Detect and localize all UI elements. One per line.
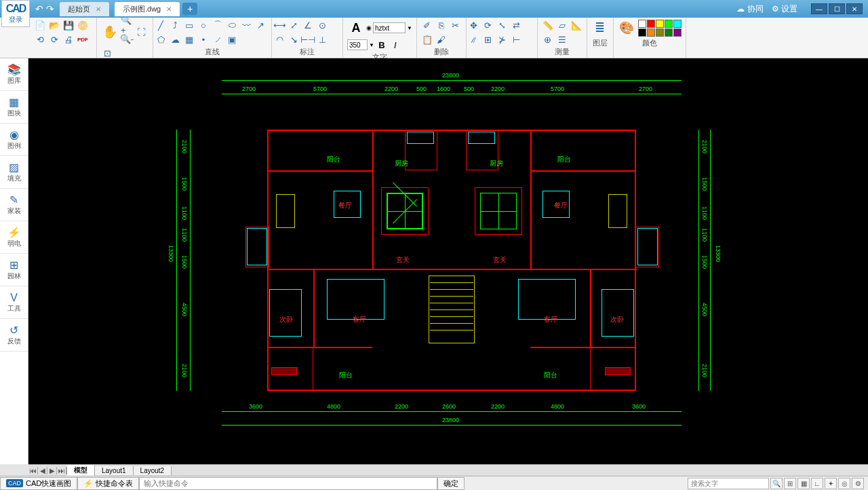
- measure-dist-icon[interactable]: 📏: [542, 19, 554, 31]
- brush-icon[interactable]: 🖌: [435, 33, 448, 45]
- settings-button[interactable]: ⚙ 设置: [772, 3, 797, 15]
- font-name-select[interactable]: [373, 22, 406, 33]
- confirm-button[interactable]: 确定: [437, 477, 465, 490]
- text-icon[interactable]: A: [347, 19, 365, 37]
- quick-draw-button[interactable]: CAD CAD快速画图: [0, 477, 77, 490]
- color-swatch[interactable]: [665, 20, 673, 28]
- cloud-icon[interactable]: ☁: [169, 33, 181, 45]
- point-icon[interactable]: •: [197, 33, 210, 45]
- xline-icon[interactable]: ⟋: [212, 33, 224, 45]
- block-icon[interactable]: ▣: [226, 33, 238, 45]
- sidebar-item-feedback[interactable]: ↺反馈: [0, 319, 28, 352]
- print-icon[interactable]: 🖨: [62, 33, 75, 45]
- circle-icon[interactable]: ○: [197, 19, 210, 31]
- sidebar-item-garden[interactable]: ⊞园林: [0, 254, 28, 286]
- sidebar-item-electric[interactable]: ⚡弱电: [0, 221, 28, 254]
- search-input[interactable]: [688, 478, 769, 489]
- forward-arrow-icon[interactable]: ↷: [46, 3, 54, 14]
- settings-icon[interactable]: ⚙: [852, 478, 864, 489]
- osnap-icon[interactable]: ◎: [838, 478, 850, 489]
- color-wheel-icon[interactable]: 🎨: [618, 19, 635, 37]
- pdf-icon[interactable]: PDF: [77, 33, 89, 45]
- measure-id-icon[interactable]: ⊕: [542, 33, 554, 45]
- sidebar-item-tools[interactable]: V工具: [0, 286, 28, 319]
- extend-icon[interactable]: ⊢: [511, 33, 523, 45]
- hatch-icon[interactable]: ▦: [183, 33, 195, 45]
- command-input[interactable]: [139, 477, 437, 490]
- app-logo[interactable]: CAD 登录: [1, 0, 30, 27]
- zoom-extent-icon[interactable]: ⊡: [101, 47, 113, 59]
- tab-layout2[interactable]: Layout2: [134, 466, 172, 475]
- dim-radius-icon[interactable]: ⊙: [316, 19, 328, 31]
- polyline-icon[interactable]: ⤴: [169, 19, 181, 31]
- close-button[interactable]: ✕: [846, 3, 863, 14]
- italic-icon[interactable]: I: [389, 39, 401, 51]
- bold-icon[interactable]: B: [376, 39, 388, 51]
- minimize-button[interactable]: —: [811, 3, 827, 14]
- color-swatch[interactable]: [656, 29, 664, 37]
- sidebar-item-home[interactable]: ✎家装: [0, 189, 28, 221]
- tab-model[interactable]: 模型: [67, 465, 95, 476]
- rect-icon[interactable]: ▭: [183, 19, 195, 31]
- measure-angle-icon[interactable]: 📐: [570, 19, 583, 31]
- ortho-icon[interactable]: ∟: [811, 478, 823, 489]
- erase-icon[interactable]: ✐: [421, 19, 433, 31]
- color-swatch[interactable]: [673, 29, 682, 37]
- paste-icon[interactable]: 📋: [421, 33, 433, 45]
- mirror-icon[interactable]: ⇄: [511, 19, 523, 31]
- shortcut-table-button[interactable]: ⚡ 快捷命令表: [77, 477, 139, 490]
- layer-icon[interactable]: ≣: [591, 19, 609, 37]
- dim-cont-icon[interactable]: ⊢⊣: [302, 33, 314, 45]
- tab-example[interactable]: 示例图.dwg ✕: [115, 2, 180, 16]
- line-icon[interactable]: ╱: [155, 19, 167, 31]
- color-swatch[interactable]: [647, 29, 655, 37]
- color-swatch[interactable]: [638, 20, 646, 28]
- new-tab-button[interactable]: +: [182, 3, 197, 15]
- tab-first-icon[interactable]: ⏮: [28, 467, 38, 474]
- tab-last-icon[interactable]: ⏭: [57, 467, 66, 474]
- sidebar-item-block[interactable]: ▦图块: [0, 91, 28, 124]
- search-icon[interactable]: 🔍: [770, 478, 783, 489]
- ray-icon[interactable]: ↗: [254, 19, 267, 31]
- dim-linear-icon[interactable]: ⟷: [273, 19, 285, 31]
- dim-aligned-icon[interactable]: ⤢: [288, 19, 300, 31]
- color-swatch[interactable]: [673, 20, 682, 28]
- dim-arc-icon[interactable]: ◠: [273, 33, 285, 45]
- array-icon[interactable]: ⊞: [482, 33, 494, 45]
- redo-icon[interactable]: ⟳: [48, 33, 60, 45]
- grid-icon[interactable]: ▦: [797, 478, 810, 489]
- collaborate-button[interactable]: ☁ 协同: [736, 3, 763, 15]
- trim-icon[interactable]: ⊁: [496, 33, 509, 45]
- tab-start[interactable]: 起始页 ✕: [60, 2, 109, 16]
- sidebar-item-hatch[interactable]: ▨填充: [0, 156, 28, 189]
- new-icon[interactable]: 📄: [34, 19, 46, 31]
- open-icon[interactable]: 📂: [48, 19, 60, 31]
- scale-icon[interactable]: ⤡: [496, 19, 509, 31]
- pan-hand-icon[interactable]: ✋: [101, 23, 119, 41]
- font-size-select[interactable]: [347, 39, 368, 50]
- spline-icon[interactable]: 〰: [240, 19, 252, 31]
- sidebar-item-legend[interactable]: ◉图例: [0, 124, 28, 156]
- zoom-out-icon[interactable]: 🔍-: [121, 33, 133, 45]
- save-icon[interactable]: 💾: [62, 19, 75, 31]
- measure-list-icon[interactable]: ☰: [556, 33, 568, 45]
- saveas-icon[interactable]: 📀: [77, 19, 89, 31]
- zoom-in-icon[interactable]: 🔍+: [121, 19, 133, 31]
- cut-icon[interactable]: ✂: [450, 19, 462, 31]
- arc-icon[interactable]: ⌒: [212, 19, 224, 31]
- zoom-window-icon[interactable]: ⛶: [135, 26, 147, 38]
- tab-next-icon[interactable]: ▶: [47, 467, 57, 474]
- close-icon[interactable]: ✕: [96, 5, 101, 13]
- polar-icon[interactable]: ✦: [825, 478, 837, 489]
- dim-angular-icon[interactable]: ∠: [302, 19, 314, 31]
- rotate-icon[interactable]: ⟳: [482, 19, 494, 31]
- close-icon[interactable]: ✕: [166, 5, 172, 13]
- copy-icon[interactable]: ⎘: [435, 19, 448, 31]
- offset-icon[interactable]: ⫽: [468, 33, 480, 45]
- ellipse-icon[interactable]: ⬭: [226, 19, 238, 31]
- color-swatch[interactable]: [647, 20, 655, 28]
- drawing-canvas[interactable]: 23800 2700 5700 2200 500 1600 500 2200 5…: [28, 58, 868, 464]
- sidebar-item-library[interactable]: 📚图库: [0, 58, 28, 91]
- snap-icon[interactable]: ⊞: [784, 478, 796, 489]
- polygon-icon[interactable]: ⬠: [155, 33, 167, 45]
